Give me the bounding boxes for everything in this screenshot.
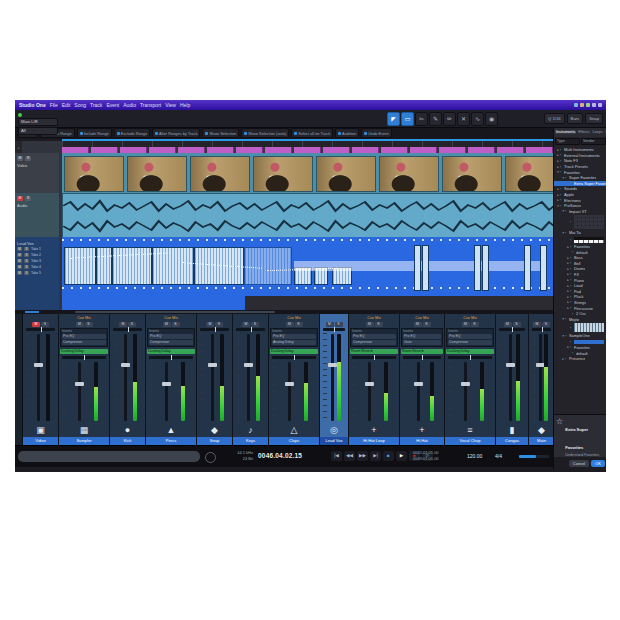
menu-item[interactable]: Transport: [140, 102, 161, 108]
channel-name[interactable]: Main: [529, 437, 554, 445]
menu-item[interactable]: Audio: [123, 102, 136, 108]
solo-button[interactable]: S: [423, 322, 431, 327]
solo-button[interactable]: S: [295, 322, 303, 327]
sort-select[interactable]: Vendor: [581, 138, 606, 145]
comp-clip[interactable]: [64, 247, 96, 285]
pan-control[interactable]: [149, 356, 193, 359]
insert-slot[interactable]: Pro EQ: [149, 334, 193, 339]
mixer-left-rail[interactable]: [15, 314, 23, 445]
comp-toolbar-button[interactable]: Select all on Track: [291, 128, 333, 138]
video-event[interactable]: [62, 153, 555, 196]
pan-control[interactable]: [26, 328, 55, 331]
mixer-channel[interactable]: M S Inserts: [23, 314, 58, 445]
mixer-channel[interactable]: M S Inserts: [496, 314, 528, 445]
insert-slot[interactable]: Compressor: [352, 340, 396, 345]
channel-name[interactable]: Congas: [496, 437, 528, 445]
insert-slot[interactable]: Pro EQ: [448, 334, 492, 339]
take-lane[interactable]: M S Take 5: [17, 270, 57, 276]
comp-clip[interactable]: [524, 245, 531, 291]
loop-range-display[interactable]: 0041.01.01.00 0049.01.01.00: [413, 450, 457, 463]
mixer-channel[interactable]: Cue Mix M S Inserts Pro EQ Gate Room Rev…: [400, 314, 444, 445]
solo-button[interactable]: S: [542, 322, 550, 327]
menu-item[interactable]: Track: [90, 102, 102, 108]
insert-slot[interactable]: Pro EQ: [352, 334, 396, 339]
insert-slot[interactable]: Pro EQ: [403, 334, 441, 339]
pan-control[interactable]: [532, 328, 551, 331]
comp-clip[interactable]: [414, 245, 421, 291]
lane-mute-button[interactable]: M: [17, 271, 22, 275]
mute-button[interactable]: M: [326, 322, 334, 327]
menu-item[interactable]: Song: [74, 102, 86, 108]
monitor-mode[interactable]: All: [18, 127, 58, 135]
mute-button[interactable]: M: [366, 322, 374, 327]
solo-button[interactable]: S: [25, 196, 31, 201]
menu-item[interactable]: Edit: [62, 102, 71, 108]
rewind-button[interactable]: ◀◀: [344, 451, 355, 461]
comp-toolbar-button[interactable]: Include Range: [77, 128, 112, 138]
solo-button[interactable]: S: [25, 156, 31, 161]
tree-item[interactable]: ▪: [554, 236, 606, 244]
solo-button[interactable]: S: [85, 322, 93, 327]
tool-button[interactable]: ◤: [387, 112, 400, 126]
clock-icon[interactable]: [592, 103, 596, 107]
solo-button[interactable]: S: [513, 322, 521, 327]
pan-control[interactable]: [448, 356, 492, 359]
video-track-header[interactable]: M S Video: [15, 153, 59, 198]
channel-name[interactable]: Hi Hat: [400, 437, 444, 445]
fader-handle[interactable]: [34, 363, 43, 367]
channel-name[interactable]: Lead Vox: [320, 437, 348, 445]
fader-handle[interactable]: [506, 363, 515, 367]
comp-toolbar-button[interactable]: Show Selection (auto): [241, 128, 289, 138]
channel-name[interactable]: Hi Hat Loop: [349, 437, 399, 445]
tool-button[interactable]: ✕: [457, 112, 470, 126]
spotlight-icon[interactable]: [598, 103, 602, 107]
scrollbar-thumb[interactable]: [75, 311, 275, 313]
menu-item[interactable]: View: [165, 102, 176, 108]
insert-slot[interactable]: Compressor: [62, 340, 106, 345]
tool-button[interactable]: ▭: [401, 112, 414, 126]
send-slot[interactable]: Ducking Delay: [446, 349, 494, 354]
mute-button[interactable]: M: [462, 322, 470, 327]
loop-range-bar[interactable]: [62, 139, 553, 141]
comp-region-tail[interactable]: [62, 296, 245, 310]
fader-track[interactable]: [211, 334, 214, 421]
comp-toolbar-button[interactable]: Exclude Range: [114, 128, 150, 138]
fader-track[interactable]: [165, 362, 168, 421]
mute-button[interactable]: M: [414, 322, 422, 327]
channel-name[interactable]: Vocal Chop: [445, 437, 495, 445]
fader-handle[interactable]: [365, 382, 374, 386]
channel-name[interactable]: Keys: [233, 437, 268, 445]
solo-button[interactable]: S: [375, 322, 383, 327]
comp-toolbar-button[interactable]: Alter Ranges by Track: [152, 128, 200, 138]
browser-tab[interactable]: Files: [605, 130, 606, 134]
tool-button[interactable]: ✎: [429, 112, 442, 126]
lane-mute-button[interactable]: M: [17, 253, 22, 257]
lane-solo-button[interactable]: S: [24, 253, 29, 257]
fader-handle[interactable]: [328, 363, 337, 367]
play-button[interactable]: ▶: [396, 451, 407, 461]
mixer-channel[interactable]: M S Inserts: [320, 314, 348, 445]
mute-button[interactable]: M: [32, 322, 40, 327]
fader-handle[interactable]: [121, 363, 130, 367]
fader-handle[interactable]: [414, 382, 423, 386]
solo-button[interactable]: S: [471, 322, 479, 327]
metronome-level-slider[interactable]: [519, 455, 549, 458]
pan-control[interactable]: [62, 356, 106, 359]
lane-solo-button[interactable]: S: [24, 265, 29, 269]
browser-tab[interactable]: Loops: [591, 130, 603, 134]
channel-name[interactable]: Video: [23, 437, 58, 445]
fader-handle[interactable]: [75, 382, 84, 386]
channel-name[interactable]: Claps: [269, 437, 319, 445]
comp-clip[interactable]: [482, 245, 489, 291]
solo-button[interactable]: S: [335, 322, 343, 327]
lane-mute-button[interactable]: M: [17, 265, 22, 269]
mixer-channel[interactable]: Cue Mix M S Inserts Pro EQ Compressor Du…: [445, 314, 495, 445]
audio-track-header[interactable]: M S Audio: [15, 193, 59, 242]
ok-button[interactable]: OK: [591, 460, 605, 467]
comp-clip[interactable]: [96, 247, 112, 285]
tool-button[interactable]: ◉: [485, 112, 498, 126]
comp-track-header[interactable]: Lead Vox M S Take 1 M S Take 2 M: [15, 237, 59, 314]
forward-button[interactable]: ▶▶: [357, 451, 368, 461]
browser-tab[interactable]: Instruments: [555, 130, 576, 134]
mixer-channel[interactable]: M S Inserts: [110, 314, 145, 445]
